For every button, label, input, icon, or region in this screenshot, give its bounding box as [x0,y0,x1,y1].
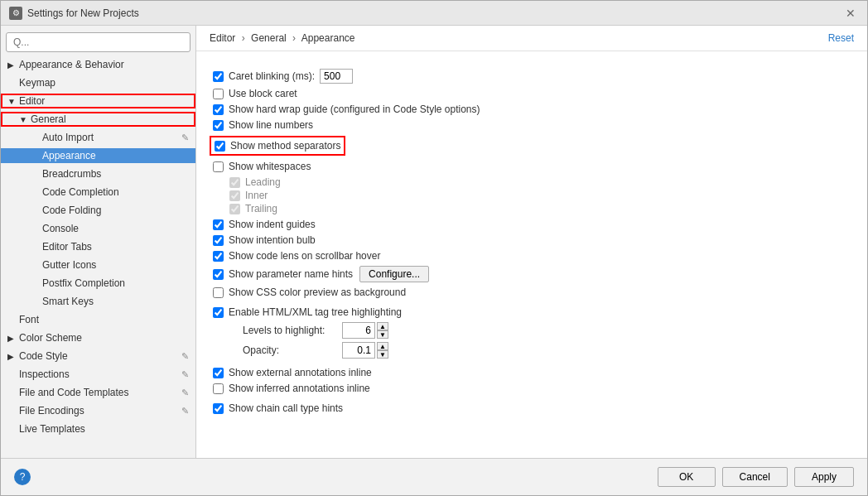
sub-leading-checkbox[interactable] [229,177,240,188]
sidebar-item-file-encodings[interactable]: File Encodings ✎ [1,402,195,420]
chevron-right-icon: ▶ [7,60,19,70]
chevron-right-icon-3: ▶ [7,352,19,361]
show-inferred-annotations-label: Show inferred annotations inline [229,383,370,394]
use-block-caret-checkbox[interactable] [213,89,224,99]
sidebar-item-editor[interactable]: ▼ Editor [1,92,195,110]
show-indent-guides-row: Show indent guides [213,219,851,230]
show-css-color-row: Show CSS color preview as background [213,287,851,298]
configure-button[interactable]: Configure... [359,266,429,282]
show-indent-guides-checkbox[interactable] [213,219,224,230]
sidebar-item-console[interactable]: Console [1,219,195,238]
breadcrumb-appearance: Appearance [301,32,355,44]
show-whitespaces-row: Show whitespaces [213,161,851,172]
sub-inner-row: Inner [229,190,851,201]
sidebar: ▶ Appearance & Behavior Keymap ▼ Editor [1,26,196,458]
apply-button[interactable]: Apply [794,467,854,487]
title-bar: ⚙ Settings for New Projects ✕ [1,1,867,26]
sub-trailing-row: Trailing [229,203,851,214]
cancel-button[interactable]: Cancel [722,467,788,487]
help-button[interactable]: ? [14,469,31,485]
enable-html-xml-label: Enable HTML/XML tag tree highlighting [229,306,402,318]
show-external-annotations-checkbox[interactable] [213,368,224,378]
sidebar-item-live-templates[interactable]: Live Templates [1,420,195,438]
breadcrumb: Editor › General › Appearance [210,32,354,44]
main-panel: Editor › General › Appearance Reset Care… [196,26,867,458]
use-block-caret-label: Use block caret [229,88,297,99]
sidebar-item-auto-import[interactable]: Auto Import ✎ [1,128,195,147]
use-block-caret-row: Use block caret [213,88,851,99]
enable-html-xml-checkbox[interactable] [213,307,224,318]
sidebar-item-keymap[interactable]: Keymap [1,74,195,92]
sidebar-item-inspections[interactable]: Inspections ✎ [1,365,195,383]
sidebar-item-appearance[interactable]: Appearance [1,147,195,165]
show-line-numbers-label: Show line numbers [229,119,313,131]
levels-input[interactable] [342,322,375,339]
opacity-row: Opacity: ▲ ▼ [213,342,851,359]
sidebar-item-file-code-templates[interactable]: File and Code Templates ✎ [1,383,195,402]
sub-leading-row: Leading [229,176,851,188]
show-method-separators-row: Show method separators [213,139,342,152]
sub-inner-checkbox[interactable] [229,190,240,201]
opacity-up-arrow[interactable]: ▲ [377,342,388,350]
chevron-placeholder [7,79,19,88]
opacity-label: Opacity: [243,344,342,356]
sidebar-item-smart-keys[interactable]: Smart Keys [1,292,195,311]
sidebar-item-appearance-behavior[interactable]: ▶ Appearance & Behavior [1,55,195,74]
edit-icon-5: ✎ [181,406,189,417]
caret-blinking-checkbox[interactable] [213,71,224,82]
opacity-input[interactable] [342,342,375,359]
show-whitespaces-checkbox[interactable] [213,161,224,172]
show-whitespaces-label: Show whitespaces [229,161,311,172]
sidebar-item-color-scheme[interactable]: ▶ Color Scheme [1,329,195,347]
sidebar-item-general[interactable]: ▼ General [1,110,195,128]
sub-trailing-checkbox[interactable] [229,204,240,214]
edit-icon: ✎ [181,132,189,143]
show-css-color-label: Show CSS color preview as background [229,287,406,298]
show-intention-bulb-row: Show intention bulb [213,234,851,246]
content-area: ▶ Appearance & Behavior Keymap ▼ Editor [1,26,867,458]
show-line-numbers-row: Show line numbers [213,119,851,131]
show-external-annotations-row: Show external annotations inline [213,367,851,378]
sidebar-item-postfix-completion[interactable]: Postfix Completion [1,274,195,292]
show-chain-call-checkbox[interactable] [213,403,224,414]
breadcrumb-editor: Editor [210,32,235,44]
opacity-down-arrow[interactable]: ▼ [377,350,388,359]
show-intention-bulb-label: Show intention bulb [229,234,316,246]
sidebar-item-code-folding[interactable]: Code Folding [1,201,195,219]
show-code-lens-row: Show code lens on scrollbar hover [213,250,851,262]
whitespace-sub-options: Leading Inner Trailing [229,176,851,214]
bottom-bar: ? OK Cancel Apply [1,458,867,495]
show-code-lens-checkbox[interactable] [213,251,224,262]
show-code-lens-label: Show code lens on scrollbar hover [229,250,380,262]
opacity-input-group: ▲ ▼ [342,342,388,359]
levels-up-arrow[interactable]: ▲ [377,322,388,330]
close-button[interactable]: ✕ [842,5,859,22]
breadcrumb-bar: Editor › General › Appearance Reset [196,26,867,51]
ok-button[interactable]: OK [658,467,716,487]
enable-html-xml-row: Enable HTML/XML tag tree highlighting [213,306,851,318]
show-method-separators-checkbox[interactable] [215,141,225,152]
sidebar-item-code-style[interactable]: ▶ Code Style ✎ [1,347,195,365]
show-line-numbers-checkbox[interactable] [213,120,224,131]
sidebar-item-editor-tabs[interactable]: Editor Tabs [1,238,195,256]
show-intention-bulb-checkbox[interactable] [213,235,224,246]
caret-blinking-label: Caret blinking (ms): [229,70,315,82]
sub-leading-label: Leading [245,176,281,188]
show-css-color-checkbox[interactable] [213,287,224,298]
levels-arrows: ▲ ▼ [377,322,388,339]
show-parameter-hints-checkbox[interactable] [213,269,224,280]
search-input[interactable] [6,32,190,52]
show-inferred-annotations-checkbox[interactable] [213,383,224,394]
caret-blinking-input[interactable] [320,69,353,84]
show-hard-wrap-checkbox[interactable] [213,104,224,115]
sidebar-item-code-completion[interactable]: Code Completion [1,183,195,201]
chevron-down-icon-2: ▼ [19,115,31,124]
show-chain-call-label: Show chain call type hints [229,402,343,414]
sidebar-item-gutter-icons[interactable]: Gutter Icons [1,256,195,274]
sidebar-item-font[interactable]: Font [1,311,195,329]
edit-icon-4: ✎ [181,388,189,398]
levels-down-arrow[interactable]: ▼ [377,330,388,339]
reset-link[interactable]: Reset [828,32,854,44]
sidebar-item-breadcrumbs[interactable]: Breadcrumbs [1,165,195,183]
caret-blinking-row: Caret blinking (ms): [213,69,851,84]
